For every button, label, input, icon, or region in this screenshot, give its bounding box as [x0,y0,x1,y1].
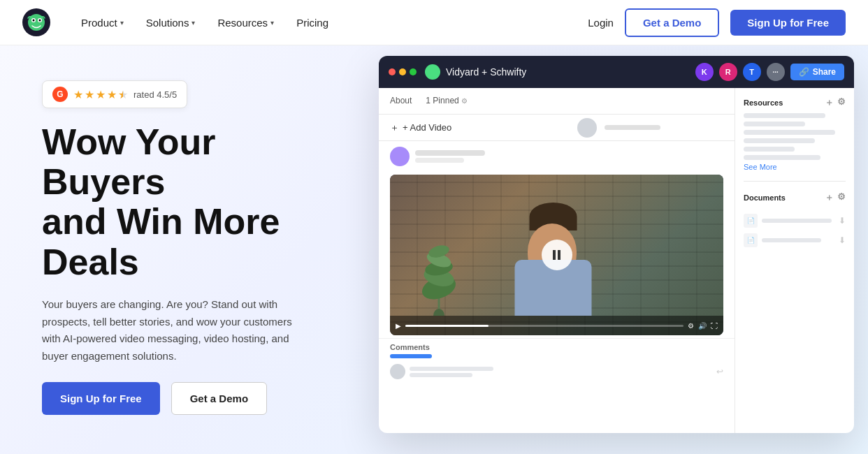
app-title-content: Vidyard + Schwifty [425,64,687,80]
svg-point-3 [33,20,35,22]
signup-button-hero[interactable]: Sign Up for Free [42,382,160,415]
commenter-avatar-1 [390,364,405,379]
comment-bar-1b [410,373,472,377]
resource-bar-6 [744,155,820,160]
comments-label: Comments [390,343,723,351]
star-1: ★ [73,88,83,101]
resource-bars [744,113,846,160]
tab-pinned[interactable]: 1 Pinned ⚙ [426,96,468,107]
hero-description: Your buyers are changing. Are you? Stand… [42,296,308,365]
get-demo-button-nav[interactable]: Get a Demo [625,8,719,37]
login-link[interactable]: Login [588,17,614,29]
hero-title: Wow Your Buyers and Win More Deals [42,122,321,282]
documents-title: Documents ＋ ⚙ [744,191,846,204]
share-icon: 🔗 [799,67,809,77]
nav-resources[interactable]: Resources ▾ [209,11,282,34]
settings-icon[interactable]: ⚙ [688,322,694,330]
see-more-button[interactable]: See More [744,163,846,171]
nav-pricing[interactable]: Pricing [288,11,337,34]
share-button[interactable]: 🔗 Share [790,64,844,80]
star-half: ★ ★ [118,88,128,101]
app-title-text: Vidyard + Schwifty [446,66,526,78]
sidebar-divider [744,181,846,182]
nav-solutions[interactable]: Solutions ▾ [138,11,204,34]
add-video-bar[interactable]: ＋ + Add Video [379,115,735,141]
logo[interactable] [22,8,50,36]
maximize-dot [410,68,417,75]
sidebar-action-icons: ＋ ⚙ [825,96,846,109]
volume-icon[interactable]: 🔊 [698,322,707,330]
chevron-down-icon: ▾ [270,19,274,27]
avatar-more: ··· [767,63,785,81]
app-sidebar: Resources ＋ ⚙ [735,88,854,433]
video-container: ▶ ⚙ 🔊 ⛶ [390,175,723,335]
comment-row-1: ↩ [390,364,723,379]
resource-bar-3 [744,130,835,135]
avatar-r: R [719,63,737,81]
comment-text-1 [410,367,493,377]
doc-text-1 [762,219,834,223]
user-name-bar [605,125,660,130]
doc-action-icons: ＋ ⚙ [825,191,846,204]
play-control-icon[interactable]: ▶ [396,322,401,330]
add-resource-icon[interactable]: ＋ [825,96,834,109]
comment-underline [390,354,432,358]
app-preview-window: Vidyard + Schwifty K R T ··· 🔗 Share [379,56,854,433]
nav-product[interactable]: Product ▾ [73,11,132,34]
app-body: About 1 Pinned ⚙ ＋ + Add Video [379,88,854,433]
comment-reply-icon[interactable]: ↩ [716,367,723,376]
resources-section: Resources ＋ ⚙ [744,96,846,171]
hero-buttons: Sign Up for Free Get a Demo [42,382,321,415]
hero-section: G ★ ★ ★ ★ ★ ★ rated 4.5/5 Wow Your Buyer… [0,45,349,454]
doc-file-icon-1: 📄 [744,214,758,228]
g2-logo: G [52,87,68,102]
window-controls [389,68,417,75]
video-pause-button[interactable] [542,240,572,270]
app-tabs: About 1 Pinned ⚙ [379,88,735,115]
avatar-t: T [743,63,761,81]
settings-resource-icon[interactable]: ⚙ [837,96,846,109]
app-titlebar: Vidyard + Schwifty K R T ··· 🔗 Share [379,56,854,88]
navbar: Product ▾ Solutions ▾ Resources ▾ Pricin… [0,0,868,45]
chevron-down-icon: ▾ [191,19,195,27]
doc-bar-2a [762,238,821,242]
svg-point-5 [39,20,41,22]
app-user-avatar [577,118,597,138]
minimize-dot [399,68,406,75]
resource-bar-5 [744,147,795,152]
rating-text: rated 4.5/5 [133,89,177,100]
resource-bar-1 [744,113,825,118]
doc-text-2 [762,238,834,242]
svg-point-6 [433,309,444,316]
fullscreen-icon[interactable]: ⛶ [711,322,718,330]
demo-button-hero[interactable]: Get a Demo [171,382,267,415]
tab-about[interactable]: About [390,96,412,107]
plant-decoration [411,232,467,316]
signup-button-nav[interactable]: Sign Up for Free [730,10,846,36]
nav-links: Product ▾ Solutions ▾ Resources ▾ Pricin… [73,11,588,34]
star-2: ★ [85,88,94,101]
doc-download-icon-2[interactable]: ⬇ [839,235,846,245]
app-title-right: K R T ··· 🔗 Share [695,63,844,81]
plus-icon: ＋ [390,122,399,134]
sender-info [415,150,485,163]
close-dot [389,68,396,75]
main-content: G ★ ★ ★ ★ ★ ★ rated 4.5/5 Wow Your Buyer… [0,45,868,454]
video-controls: ▶ ⚙ 🔊 ⛶ [390,316,723,335]
documents-section: Documents ＋ ⚙ 📄 ⬇ [744,191,846,247]
chevron-down-icon: ▾ [120,19,124,27]
video-progress-bar[interactable] [405,325,683,327]
pause-icon [553,250,560,260]
settings-doc-icon[interactable]: ⚙ [837,191,846,204]
avatar-k: K [695,63,714,81]
sender-avatar [390,147,410,166]
app-main-panel: About 1 Pinned ⚙ ＋ + Add Video [379,88,735,433]
resource-bar-2 [744,122,805,126]
doc-download-icon-1[interactable]: ⬇ [839,216,846,226]
add-doc-icon[interactable]: ＋ [825,191,834,204]
video-control-icons: ⚙ 🔊 ⛶ [688,322,718,330]
comments-area: Comments ↩ [379,338,735,388]
doc-item-1: 📄 ⬇ [744,214,846,228]
sender-row [379,141,735,172]
resource-bar-4 [744,138,815,143]
